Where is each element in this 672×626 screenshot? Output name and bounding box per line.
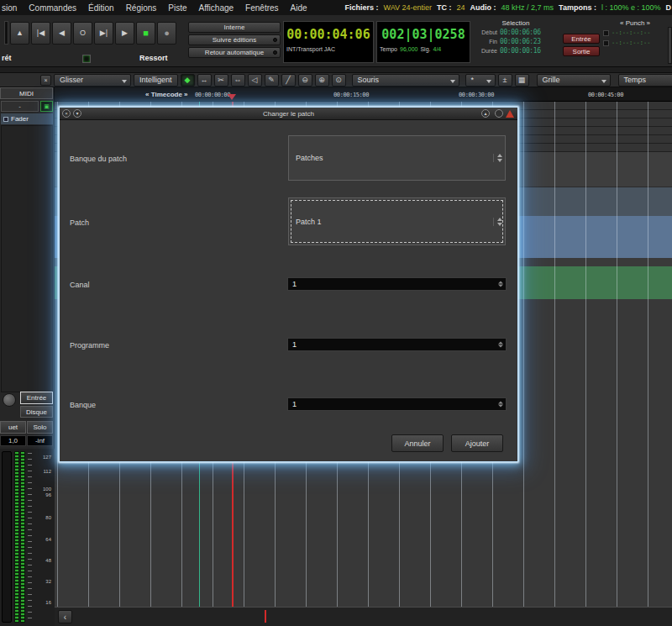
timecode-ruler[interactable]: « Timecode » 00:00:00:00 00:00:15:00 00:…	[55, 87, 672, 102]
solo-button[interactable]: Solo	[27, 421, 53, 434]
processor-box[interactable]	[1, 125, 53, 392]
goto-start-icon: |◀	[37, 29, 45, 37]
menu-session[interactable]: sion	[0, 2, 23, 14]
punch-in-checkbox[interactable]	[603, 30, 609, 36]
meter-bar-left	[14, 451, 19, 623]
playhead-marker-icon[interactable]	[228, 94, 236, 100]
meter-scale-label: 16	[34, 600, 51, 605]
punch-out-clock[interactable]: --:--:--:--	[612, 39, 650, 46]
nudge-stepper[interactable]: ±	[498, 74, 512, 87]
channel-spinbox[interactable]: 1	[287, 277, 507, 291]
summary-strip[interactable]: ‹	[55, 607, 672, 626]
input-button[interactable]: Entrée	[20, 392, 53, 404]
mute-button[interactable]: uet	[0, 421, 26, 434]
dialog-title: Changer le patch	[60, 110, 517, 118]
snap-grid-button[interactable]: ▦	[515, 74, 529, 87]
goto-start-button[interactable]: |◀	[31, 22, 50, 45]
stretch-tool-button[interactable]: ⇔	[231, 74, 245, 87]
midi-channel-button[interactable]: ▣	[40, 101, 53, 112]
auto-return-toggle[interactable]: Retour automatique	[188, 47, 281, 58]
meter-scale-label: 80	[34, 515, 51, 520]
tempo-value[interactable]: 96,000	[400, 46, 417, 52]
metronome-button[interactable]: ▲	[10, 22, 29, 45]
grid-mode-dropdown[interactable]: Grille	[537, 74, 611, 87]
ardour-window: sion Commandes Édition Régions Piste Aff…	[0, 0, 672, 626]
punch-in-button[interactable]: Entrée	[563, 34, 600, 44]
punch-buttons: Entrée Sortie	[563, 34, 600, 59]
program-spinbox[interactable]: 1	[287, 338, 507, 351]
dialog-shade-icon[interactable]: ▴	[481, 109, 490, 118]
draw-tool-button[interactable]: ✎	[265, 74, 279, 87]
cancel-button[interactable]: Annuler	[391, 434, 444, 452]
clipped-edge-button[interactable]	[668, 27, 672, 64]
cut-tool-button[interactable]: ✂	[214, 74, 228, 87]
dialog-menu-icon[interactable]: ▾	[73, 109, 81, 118]
menu-piste[interactable]: Piste	[162, 2, 192, 14]
punch-out-button[interactable]: Sortie	[563, 46, 600, 56]
play-button[interactable]: ▶	[115, 22, 134, 45]
selection-length-value[interactable]: 00:00:00:16	[500, 46, 541, 55]
menu-commandes[interactable]: Commandes	[23, 2, 82, 14]
spring-checkbox[interactable]	[82, 55, 91, 63]
selection-start-value[interactable]: 00:00:06:06	[500, 28, 541, 37]
close-icon[interactable]: ×	[40, 75, 51, 86]
secondary-clock[interactable]: 002|03|0258 Tempo 96,000 Sig. 4/4	[376, 21, 470, 63]
punch-in-clock[interactable]: --:--:--:--	[612, 29, 650, 36]
menu-aide[interactable]: Aide	[285, 2, 313, 14]
ruler-label[interactable]: « Timecode »	[145, 91, 188, 98]
shuttle-control[interactable]	[4, 21, 8, 45]
punch-out-checkbox[interactable]	[603, 40, 609, 46]
disk-button[interactable]: Disque	[20, 406, 53, 418]
selection-end-value[interactable]: 00:00:06:23	[500, 37, 541, 46]
patch-bank-dropdown[interactable]: Patches	[288, 135, 506, 181]
primary-clock-value[interactable]: 00:00:04:06	[284, 27, 373, 42]
stop-button[interactable]: ■	[136, 22, 155, 45]
secondary-clock-value[interactable]: 002|03|0258	[377, 27, 470, 42]
status-dsp-label: D	[666, 3, 672, 12]
bank-value: 1	[292, 400, 297, 408]
punch-title: « Punch »	[603, 19, 667, 27]
primary-clock[interactable]: 00:00:04:06 INT/Transport JAC	[283, 21, 374, 63]
add-button[interactable]: Ajouter	[451, 434, 503, 452]
audition-tool-button[interactable]: ◁	[248, 74, 262, 87]
shrink-track-button[interactable]: -	[1, 101, 39, 112]
dialog-close-icon[interactable]: ×	[62, 109, 71, 118]
edit-mode-dropdown[interactable]: Glisser	[54, 74, 131, 87]
sync-source-button[interactable]: Interne	[188, 22, 281, 33]
edit-point-dropdown[interactable]: *	[465, 74, 496, 87]
loop-button[interactable]: O	[73, 22, 92, 45]
smart-mode-toggle[interactable]: Intelligent	[134, 74, 178, 87]
dialog-titlebar[interactable]: × ▾ Changer le patch ▴	[60, 108, 517, 120]
zoom-out-button[interactable]: ⊖	[298, 74, 312, 87]
processor-fader-row[interactable]: Fader	[1, 113, 53, 124]
edit-tool-button[interactable]: ╱	[281, 74, 296, 87]
menu-regions[interactable]: Régions	[120, 2, 163, 14]
dialog-maximize-icon[interactable]	[495, 109, 503, 118]
grab-tool-button[interactable]: ◆	[181, 74, 195, 87]
range-tool-button[interactable]: ↔	[197, 74, 212, 87]
gain-fader[interactable]	[2, 451, 12, 623]
bank-spinbox[interactable]: 1	[287, 397, 507, 411]
gain-display[interactable]: 1,0	[0, 435, 26, 446]
range-tool-icon: ↔	[201, 76, 208, 84]
peak-display[interactable]: -inf	[27, 435, 53, 446]
zoom-focus-dropdown[interactable]: Souris	[352, 74, 459, 87]
menu-fenetres[interactable]: Fenêtres	[239, 2, 284, 14]
record-button[interactable]: ●	[157, 22, 176, 45]
status-buffers-value: l : 100% e : 100%	[601, 3, 661, 12]
goto-end-button[interactable]: ▶|	[94, 22, 113, 45]
zoom-fit-button[interactable]: ⊙	[332, 74, 346, 87]
menu-edition[interactable]: Édition	[82, 2, 120, 14]
sync-source-label: Interne	[224, 24, 245, 31]
grid-unit-dropdown[interactable]: Temps	[618, 74, 672, 87]
zoom-in-button[interactable]: ⊕	[315, 74, 329, 87]
track-name-button[interactable]: MIDI	[0, 87, 53, 99]
sig-value[interactable]: 4/4	[433, 46, 442, 52]
trim-knob[interactable]	[3, 393, 16, 407]
rewind-button[interactable]: ◀	[52, 22, 71, 45]
scroll-left-button[interactable]: ‹	[58, 610, 72, 623]
patch-dropdown[interactable]: Patch 1	[288, 197, 506, 245]
status-bar: Fichiers : WAV 24-entier TC : 24 Audio :…	[345, 3, 672, 12]
follow-edits-toggle[interactable]: Suivre éditions	[188, 34, 281, 45]
menu-affichage[interactable]: Affichage	[193, 2, 240, 14]
